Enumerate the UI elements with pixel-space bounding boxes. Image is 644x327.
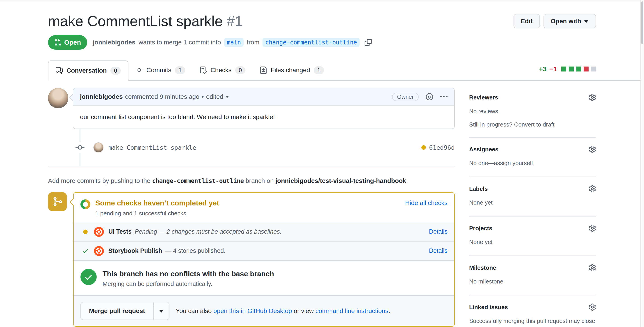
- mergeability-section: This branch has no conflicts with the ba…: [74, 260, 454, 295]
- status-badge-label: Open: [64, 39, 81, 46]
- hide-all-checks-link[interactable]: Hide all checks: [405, 199, 448, 217]
- merge-options-dropdown[interactable]: [154, 302, 170, 320]
- head-branch-label[interactable]: change-commentlist-outline: [262, 38, 360, 47]
- push-note-prefix: Add more commits by pushing to the: [48, 177, 150, 184]
- diffstat: +3 −1: [539, 65, 596, 75]
- push-note-branch: change-commentlist-outline: [152, 177, 244, 184]
- copy-branch-icon[interactable]: [364, 39, 372, 46]
- linked-issues-desc: Successfully merging this pull request m…: [469, 317, 596, 327]
- diffstat-block-neutral: [591, 67, 596, 72]
- commit-status-pending-dot[interactable]: [421, 145, 426, 150]
- discussion-timeline: jonniebigodes commented 9 minutes ago • …: [48, 88, 455, 327]
- pr-meta-row: Open jonniebigodes wants to merge 1 comm…: [48, 35, 596, 50]
- page-title: make CommentList sparkle #1: [48, 13, 243, 30]
- merge-caption: You can also open this in GitHub Desktop…: [176, 307, 390, 314]
- checks-subtitle: 1 pending and 1 successful checks: [95, 209, 219, 217]
- emoji-reaction-icon[interactable]: [426, 93, 433, 100]
- labels-empty: None yet: [469, 198, 596, 207]
- sidebar-section-assignees: Assignees No one—assign yourself: [469, 138, 596, 177]
- diffstat-block-added: [561, 67, 566, 72]
- timeline-divider: [48, 166, 455, 166]
- diffstat-block-deleted: [584, 67, 588, 72]
- comment-author-link[interactable]: jonniebigodes: [80, 93, 123, 100]
- comment-meta: commented 9 minutes ago: [125, 93, 200, 100]
- tab-counter: 0: [110, 67, 121, 75]
- comment-box: jonniebigodes commented 9 minutes ago • …: [73, 88, 455, 129]
- status-badge: Open: [48, 35, 87, 50]
- diffstat-block-added: [569, 67, 574, 72]
- comment-discussion-icon: [56, 67, 63, 74]
- merge-pull-request-button[interactable]: Merge pull request: [80, 302, 154, 320]
- push-note-repo: jonniebigodes/test-visual-testing-handbo…: [275, 177, 406, 184]
- commit-avatar[interactable]: [94, 143, 104, 152]
- kebab-menu-icon[interactable]: [440, 93, 448, 100]
- scrollbar-thumb[interactable]: [641, 1, 643, 44]
- gear-icon[interactable]: [589, 94, 596, 101]
- gear-icon[interactable]: [589, 185, 596, 192]
- gear-icon[interactable]: [589, 146, 596, 153]
- gear-icon[interactable]: [589, 303, 596, 311]
- scrollbar-track[interactable]: [640, 0, 644, 327]
- tab-checks[interactable]: Checks 0: [192, 60, 252, 80]
- edit-button[interactable]: Edit: [514, 14, 540, 29]
- push-note-suffix: .: [406, 177, 408, 184]
- edited-dropdown[interactable]: edited: [206, 93, 229, 100]
- diffstat-deletions: −1: [549, 65, 557, 73]
- command-line-instructions-link[interactable]: command line instructions: [316, 307, 388, 314]
- details-link[interactable]: Details: [429, 247, 448, 254]
- details-link[interactable]: Details: [429, 228, 448, 235]
- check-row-storybook-publish: Storybook Publish — 4 stories published.…: [74, 241, 454, 260]
- page-top-divider: [0, 0, 644, 1]
- assignees-empty-prefix: No one—: [469, 160, 494, 166]
- mergeability-title: This branch has no conflicts with the ba…: [102, 269, 274, 279]
- comment-header: jonniebigodes commented 9 minutes ago • …: [73, 88, 454, 106]
- assign-yourself-link[interactable]: assign yourself: [494, 160, 533, 166]
- sidebar-section-reviewers: Reviewers No reviews Still in progress? …: [469, 88, 596, 138]
- git-merge-icon: [52, 196, 63, 207]
- comment-meta-separator: •: [202, 93, 204, 100]
- tab-counter: 1: [314, 66, 324, 74]
- commit-row: make CommentList sparkle 61ed96d: [48, 142, 455, 153]
- commit-sha-link[interactable]: 61ed96d: [429, 144, 455, 151]
- pr-page: make CommentList sparkle #1 Edit Open wi…: [48, 0, 596, 327]
- merge-action-bar: Merge pull request You can also open thi…: [74, 295, 454, 326]
- labels-heading: Labels: [469, 185, 488, 192]
- tab-label: Checks: [210, 67, 232, 74]
- pr-sidebar: Reviewers No reviews Still in progress? …: [469, 88, 596, 327]
- caption-middle: or view: [294, 307, 314, 314]
- open-with-label: Open with: [551, 18, 581, 25]
- check-name: UI Tests: [108, 228, 132, 235]
- checks-progress-donut-icon: [80, 199, 90, 209]
- tab-conversation[interactable]: Conversation 0: [48, 61, 128, 81]
- convert-to-draft-link[interactable]: Convert to draft: [514, 121, 554, 128]
- avatar[interactable]: [48, 88, 68, 108]
- base-branch-label[interactable]: main: [224, 38, 244, 47]
- checks-summary: Some checks haven’t completed yet 1 pend…: [74, 193, 454, 222]
- author-association-badge: Owner: [392, 93, 419, 101]
- push-note-middle: branch on: [246, 177, 274, 184]
- pending-status-dot: [80, 230, 90, 234]
- tab-files-changed[interactable]: Files changed 1: [252, 60, 331, 80]
- gear-icon[interactable]: [589, 225, 596, 232]
- checks-title: Some checks haven’t completed yet: [95, 198, 219, 207]
- issue-comment: jonniebigodes commented 9 minutes ago • …: [48, 88, 455, 129]
- reviewers-heading: Reviewers: [469, 94, 498, 101]
- checklist-icon: [200, 67, 207, 74]
- github-desktop-link[interactable]: open this in GitHub Desktop: [214, 307, 292, 314]
- gear-icon[interactable]: [589, 264, 596, 271]
- chromatic-logo-icon: [94, 227, 104, 237]
- check-row-ui-tests: UI Tests Pending — 2 changes must be acc…: [74, 222, 454, 241]
- tab-counter: 1: [175, 66, 185, 74]
- git-commit-icon: [136, 67, 143, 74]
- tab-label: Commits: [146, 67, 171, 74]
- tab-commits[interactable]: Commits 1: [128, 60, 192, 80]
- pr-author-link[interactable]: jonniebigodes: [92, 39, 136, 46]
- sidebar-section-milestone: Milestone No milestone: [469, 256, 596, 295]
- file-diff-icon: [260, 67, 267, 74]
- commit-message-link[interactable]: make CommentList sparkle: [108, 144, 196, 151]
- open-with-button[interactable]: Open with: [544, 14, 596, 29]
- chromatic-logo-icon: [94, 246, 104, 256]
- milestone-empty: No milestone: [469, 277, 596, 286]
- mergeability-subtitle: Merging can be performed automatically.: [102, 280, 274, 287]
- pr-title-text: make CommentList sparkle: [48, 13, 223, 29]
